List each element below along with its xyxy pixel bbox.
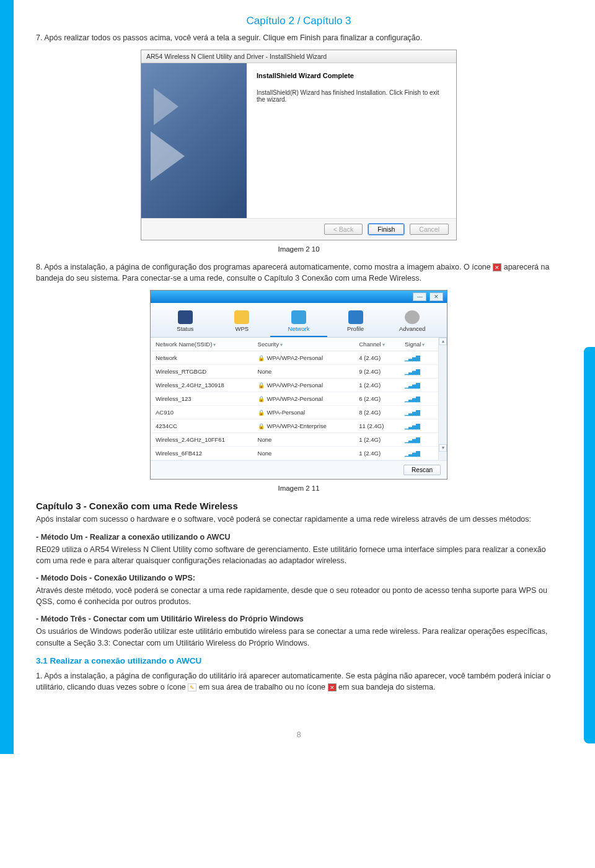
table-row[interactable]: Wireless_6FB412None1 (2.4G)▁▃▅▇ (151, 447, 438, 460)
rescan-button[interactable]: Rescan (403, 465, 441, 475)
tab-advanced[interactable]: Advanced (384, 307, 441, 337)
signal-icon: ▁▃▅▇ (405, 423, 420, 429)
table-row[interactable]: AC910🔒WPA-Personal8 (2.4G)▁▃▅▇ (151, 406, 438, 419)
cancel-button[interactable]: Cancel (410, 224, 449, 235)
network-table: Network Name(SSID)▾ Security▾ Channel▾ S… (151, 338, 438, 460)
page-number: 8 (36, 730, 562, 739)
caption-2-10: Imagem 2 10 (36, 245, 562, 253)
table-row[interactable]: Wireless_2.4GHz_10FF61None1 (2.4G)▁▃▅▇ (151, 433, 438, 447)
tab-network[interactable]: Network (270, 307, 327, 337)
col-ssid[interactable]: Network Name(SSID)▾ (151, 338, 253, 351)
wizard-heading: InstallShield Wizard Complete (257, 72, 446, 79)
col-security[interactable]: Security▾ (253, 338, 355, 351)
table-row[interactable]: Wireless_123🔒WPA/WPA2-Personal6 (2.4G)▁▃… (151, 392, 438, 406)
signal-icon: ▁▃▅▇ (405, 355, 420, 361)
left-blue-bar (0, 0, 14, 754)
tab-wps[interactable]: WPS (214, 307, 271, 337)
method-1-heading: - Método Um - Realizar a conexão utiliza… (36, 533, 230, 541)
signal-icon: ▁▃▅▇ (405, 369, 420, 375)
tray-icon: ✕ (493, 263, 501, 271)
network-icon (291, 310, 306, 324)
lock-icon: 🔒 (258, 355, 265, 361)
chapter-3-title: Capítulo 3 - Conexão com uma Rede Wirele… (36, 501, 562, 511)
minimize-button[interactable]: — (413, 292, 426, 301)
installshield-wizard-window: AR54 Wireless N Client Utility and Drive… (141, 50, 457, 240)
table-row[interactable]: Wireless_RTGBGDNone9 (2.4G)▁▃▅▇ (151, 365, 438, 379)
table-row[interactable]: 4234CC🔒WPA/WPA2-Enterprise11 (2.4G)▁▃▅▇ (151, 419, 438, 433)
signal-icon: ▁▃▅▇ (405, 437, 420, 443)
table-row[interactable]: Network🔒WPA/WPA2-Personal4 (2.4G)▁▃▅▇ (151, 351, 438, 365)
signal-icon: ▁▃▅▇ (405, 450, 420, 457)
method-1-text: RE029 utiliza o AR54 Wireless N Client U… (36, 544, 562, 566)
systray-icon: ✕ (328, 683, 337, 691)
page-content: Capítulo 2 / Capítulo 3 7. Após realizar… (14, 0, 584, 754)
paragraph-7: 7. Após realizar todos os passos acima, … (36, 32, 562, 43)
method-3-heading: - Método Três - Conectar com um Utilitár… (36, 615, 304, 623)
wps-icon (234, 310, 249, 324)
network-utility-window: — ✕ Status WPS Network Profile Advanced … (150, 290, 447, 480)
signal-icon: ▁▃▅▇ (405, 410, 420, 416)
signal-icon: ▁▃▅▇ (405, 382, 420, 388)
chapter-header: Capítulo 2 / Capítulo 3 (36, 15, 562, 27)
method-2-heading: - Método Dois - Conexão Utilizando o WPS… (36, 574, 195, 582)
lock-icon: 🔒 (258, 410, 265, 416)
col-channel[interactable]: Channel▾ (354, 338, 400, 351)
back-button[interactable]: < Back (324, 224, 363, 235)
finish-button[interactable]: Finish (368, 224, 404, 235)
close-button[interactable]: ✕ (430, 292, 443, 301)
tab-profile[interactable]: Profile (327, 307, 384, 337)
profile-icon (348, 310, 363, 324)
wizard-title: AR54 Wireless N Client Utility and Drive… (141, 50, 456, 63)
col-signal[interactable]: Signal▾ (400, 338, 438, 351)
scrollbar[interactable]: ▴ ▾ (438, 338, 447, 460)
lock-icon: 🔒 (258, 423, 265, 429)
status-icon (178, 310, 193, 324)
table-row[interactable]: Wireless_2.4GHz_130918🔒WPA/WPA2-Personal… (151, 379, 438, 392)
method-2-text: Através deste método, você poderá se con… (36, 585, 562, 607)
scroll-down-icon[interactable]: ▾ (439, 444, 447, 452)
lock-icon: 🔒 (258, 382, 265, 388)
caption-2-11: Imagem 2 11 (36, 484, 562, 492)
signal-icon: ▁▃▅▇ (405, 396, 420, 402)
lock-icon: 🔒 (258, 396, 265, 402)
utility-tabs: Status WPS Network Profile Advanced (151, 303, 447, 338)
sec3-intro: Após instalar com sucesso o hardware e o… (36, 514, 562, 525)
tab-status[interactable]: Status (157, 307, 214, 337)
paragraph-8a: 8. Após a instalação, a página de config… (36, 263, 493, 271)
scroll-up-icon[interactable]: ▴ (439, 338, 447, 345)
advanced-icon (405, 310, 420, 324)
window-caption-bar: — ✕ (151, 291, 447, 303)
wizard-body-text: InstallShield(R) Wizard has finished Ins… (257, 89, 446, 103)
sec-3-1-heading: 3.1 Realizar a conexão utilizando o AWCU (36, 656, 562, 665)
desktop-icon: ✎ (188, 683, 196, 691)
wizard-side-graphic (141, 63, 247, 218)
sec-3-1-step1: 1. Após a instalação, a página de config… (36, 670, 562, 693)
right-blue-tab (584, 347, 595, 743)
method-3-text: Os usuários de Windows poderão utilizar … (36, 626, 562, 648)
paragraph-8: 8. Após a instalação, a página de config… (36, 261, 562, 284)
